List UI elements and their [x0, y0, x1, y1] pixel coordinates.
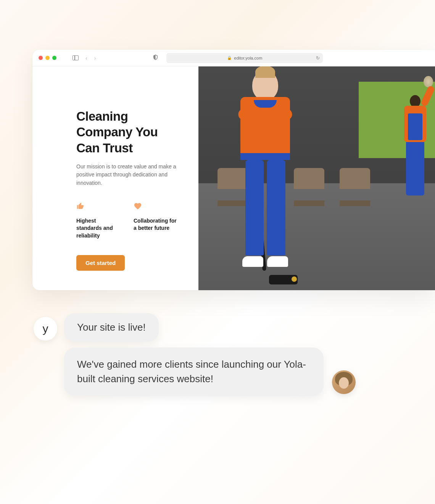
sidebar-toggle-icon[interactable]: [72, 55, 79, 60]
url-text: editor.yola.com: [234, 56, 262, 60]
maximize-icon[interactable]: [52, 56, 56, 60]
hero-subtitle: Our mission is to create value and make …: [76, 163, 179, 187]
yola-avatar: y: [34, 317, 57, 341]
address-bar[interactable]: 🔒 editor.yola.com ↻: [166, 53, 323, 63]
chat-message-text: Your site is live!: [77, 321, 146, 333]
minimize-icon[interactable]: [45, 56, 50, 60]
hero-image: [198, 66, 435, 290]
get-started-button[interactable]: Get started: [76, 255, 125, 271]
chat-bubble-user: We've gained more clients since launchin…: [64, 347, 324, 396]
page-content: Cleaning Company You Can Trust Our missi…: [32, 66, 435, 290]
hero-left-column: Cleaning Company You Can Trust Our missi…: [32, 66, 198, 290]
user-avatar: [332, 370, 356, 394]
chat-bubble-system: Your site is live!: [64, 313, 159, 342]
yola-avatar-letter: y: [43, 322, 48, 335]
browser-toolbar: ‹ › 🔒 editor.yola.com ↻: [32, 50, 435, 66]
features-row: Highest standards and reliability Collab…: [76, 202, 179, 240]
thumbs-up-icon: [76, 202, 122, 212]
browser-window: ‹ › 🔒 editor.yola.com ↻ Cleaning Company…: [32, 50, 435, 290]
hero-title: Cleaning Company You Can Trust: [76, 108, 179, 156]
back-button[interactable]: ‹: [85, 55, 87, 61]
feature-item: Collaborating for a better future: [134, 202, 179, 240]
close-icon[interactable]: [39, 56, 43, 60]
feature-text: Highest standards and reliability: [76, 217, 122, 240]
window-controls: [39, 56, 56, 60]
lock-icon: 🔒: [227, 56, 232, 60]
feature-text: Collaborating for a better future: [134, 217, 179, 232]
forward-button[interactable]: ›: [94, 55, 96, 61]
chat-message-text: We've gained more clients since launchin…: [77, 359, 306, 384]
heart-icon: [134, 202, 179, 212]
feature-item: Highest standards and reliability: [76, 202, 122, 240]
reload-icon[interactable]: ↻: [316, 55, 320, 61]
privacy-shield-icon[interactable]: [153, 55, 158, 61]
